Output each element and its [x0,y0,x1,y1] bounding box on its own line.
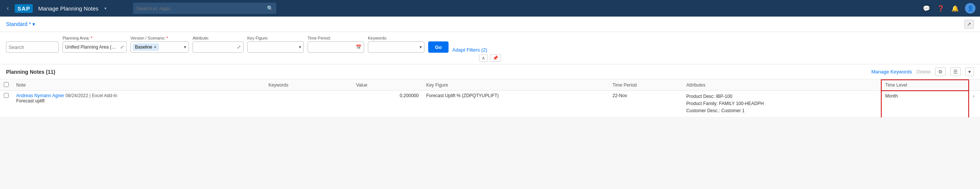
planning-area-label: Planning Area: * [62,36,127,40]
nav-search-input[interactable] [136,6,265,11]
filter-collapse-row: ∧ 📌 [6,53,974,62]
keyfigure-filter-group: Key Figure: ▾ [247,36,304,53]
note-author[interactable]: Andreas Nymann Agner [16,93,64,98]
th-arrow [969,80,980,91]
note-source: Excel Add-In [92,93,117,98]
more-button[interactable]: ▾ [965,67,974,76]
table-toolbar: Planning Notes (11) Manage Keywords Dele… [0,64,980,79]
note-separator: | [89,93,91,98]
filter-row: 🔍 Planning Area: * Unified Planning Area… [6,36,974,53]
planning-area-value: Unified Planning Area (Z.... [65,44,119,50]
value-cell: 0,200000 [352,91,423,118]
planning-area-open-icon[interactable]: ⤢ [120,44,124,50]
row-navigate-icon[interactable]: › [973,93,975,99]
keyfigure-dropdown-icon[interactable]: ▾ [299,44,301,50]
timeperiod-value: 22-Nov [612,93,627,98]
search-filter-group: 🔍 [6,41,59,53]
th-keywords: Keywords [265,80,352,91]
attr2: Product Family: FAMILY 100-HEADPH [686,100,877,107]
nav-search-wrapper: 🔍 [133,3,276,14]
timelevel-cell: Month [881,91,969,118]
keywords-filter-group: Keywords: ▾ [368,36,425,53]
timeperiod-cell: 22-Nov [609,91,682,118]
keywords-dropdown-icon[interactable]: ▾ [420,44,422,50]
row-arrow-cell[interactable]: › [969,91,980,118]
version-filter-group: Version / Scenario: * Baseline ✕ ▾ [130,36,189,53]
timeperiod-filter-group: Time Period: 📅 [307,36,364,53]
select-all-checkbox[interactable] [4,82,9,87]
app-title-chevron[interactable]: ▾ [104,6,107,11]
attributes-cell: Product Desc: IBP-100 Product Family: FA… [682,91,881,118]
pin-filter-button[interactable]: 📌 [490,54,501,62]
th-timeperiod: Time Period [609,80,682,91]
attr3: Customer Desc.: Customer 1 [686,107,877,114]
app-title: Manage Planning Notes [38,5,99,12]
sub-header: Standard* ▾ ↗ [0,17,980,32]
th-value: Value [352,80,423,91]
attribute-filter-group: Attribute: ⤢ [192,36,243,53]
nav-search-icon: 🔍 [267,5,273,11]
th-timelevel: Time Level [881,80,969,91]
view-asterisk: * [29,21,31,27]
help-icon-button[interactable]: ❓ [936,4,945,13]
toolbar-actions: Manage Keywords Delete ⚙ ☰ ▾ [872,67,974,76]
th-attributes: Attributes [682,80,881,91]
th-select [0,80,13,91]
value-number: 0,200000 [400,93,419,98]
th-keyfigure: Key Figure [423,80,609,91]
columns-button[interactable]: ☰ [950,67,961,76]
table-header-row: Note Keywords Value Key Figure Time Peri… [0,80,980,91]
manage-keywords-link[interactable]: Manage Keywords [872,69,912,75]
timeperiod-calendar-icon[interactable]: 📅 [356,44,361,50]
version-tag-remove[interactable]: ✕ [153,45,157,50]
version-label: Version / Scenario: * [130,36,189,40]
attribute-open-icon[interactable]: ⤢ [237,44,241,50]
table-section: Planning Notes (11) Manage Keywords Dele… [0,64,980,118]
version-tag: Baseline ✕ [133,44,159,51]
go-button[interactable]: Go [428,41,449,53]
export-button[interactable]: ↗ [964,19,974,29]
settings-button[interactable]: ⚙ [935,67,946,76]
collapse-up-button[interactable]: ∧ [479,54,488,62]
adapt-filters-link[interactable]: Adapt Filters (2) [452,47,487,53]
view-selector[interactable]: Standard* ▾ [6,21,35,27]
timeperiod-label: Time Period: [307,36,364,40]
table-row: Andreas Nymann Agner 08/24/2022 | Excel … [0,91,980,118]
filter-bar: 🔍 Planning Area: * Unified Planning Area… [0,32,980,64]
attr1: Product Desc: IBP-100 [686,93,877,100]
keyfigure-label: Key Figure: [247,36,304,40]
th-note: Note [13,80,265,91]
row-checkbox-cell [0,91,13,118]
sap-logo-text: SAP [15,4,33,13]
keywords-label: Keywords: [368,36,425,40]
planning-notes-table: Note Keywords Value Key Figure Time Peri… [0,79,980,118]
note-text: Forecast uplift [16,98,261,103]
keyfigure-value: Forecast Uplift % (ZDPQTYUPLIFT) [426,93,499,98]
nav-search-container: 🔍 [110,3,299,14]
version-dropdown-icon[interactable]: ▾ [184,44,186,50]
note-cell: Andreas Nymann Agner 08/24/2022 | Excel … [13,91,265,118]
note-date: 08/24/2022 [65,93,89,98]
row-checkbox[interactable] [4,93,9,98]
view-label: Standard [6,21,27,27]
chat-icon-button[interactable]: 💬 [922,4,931,13]
keyfigure-cell: Forecast Uplift % (ZDPQTYUPLIFT) [423,91,609,118]
back-button[interactable]: ‹ [5,3,11,13]
sap-logo: SAP [15,4,33,13]
user-avatar[interactable]: 👤 [965,3,975,14]
keywords-cell [265,91,352,118]
delete-link: Delete [916,69,931,75]
view-chevron-icon: ▾ [32,21,35,27]
timelevel-value: Month [885,94,898,98]
nav-bar: ‹ SAP Manage Planning Notes ▾ 🔍 💬 ❓ 🔔 👤 [0,0,980,17]
notifications-icon-button[interactable]: 🔔 [951,4,959,13]
planning-area-filter-group: Planning Area: * Unified Planning Area (… [62,36,127,53]
attribute-label: Attribute: [192,36,243,40]
nav-icons: 💬 ❓ 🔔 👤 [922,3,975,14]
table-title: Planning Notes (11) [6,69,56,75]
